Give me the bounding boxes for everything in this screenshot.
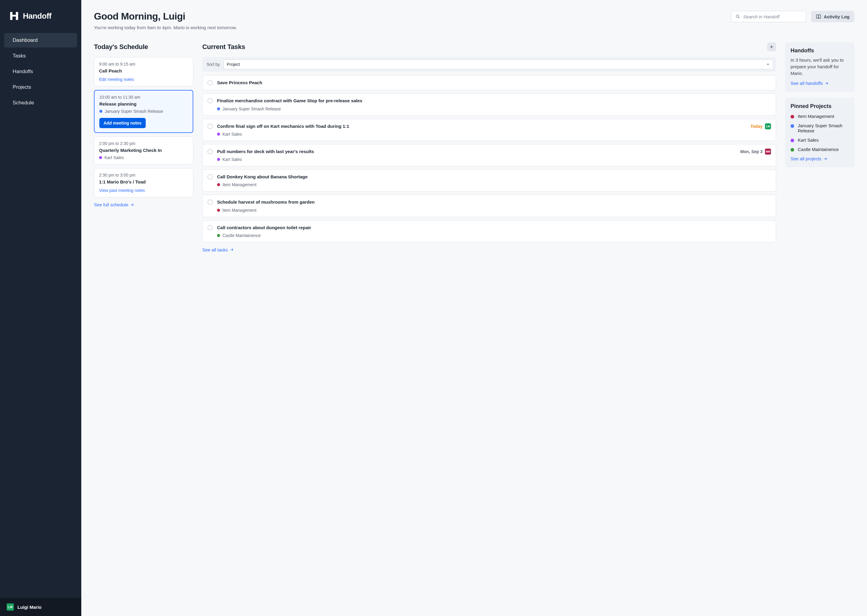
schedule-card[interactable]: 2:00 pm to 2:30 pmQuarterly Marketing Ch… [94, 137, 193, 165]
pinned-project-item[interactable]: Castle Maintainence [791, 147, 849, 152]
task-row[interactable]: Confirm final sign off on Kart mechanics… [202, 119, 776, 141]
handoffs-panel: Handoffs In 3 hours, we'll ask you to pr… [785, 42, 854, 92]
pinned-projects-title: Pinned Projects [791, 103, 849, 110]
chevron-down-icon [766, 63, 770, 66]
task-checkbox[interactable] [207, 124, 213, 129]
task-row[interactable]: Call contractors about dungeon toilet re… [202, 220, 776, 242]
task-title: Call contractors about dungeon toilet re… [217, 225, 771, 231]
schedule-event-title: Release planning [99, 101, 188, 107]
sidebar: Handoff Dashboard Tasks Handoffs Project… [0, 0, 81, 616]
nav-item-schedule[interactable]: Schedule [4, 96, 77, 110]
meeting-notes-link[interactable]: View past meeting notes [99, 188, 145, 193]
page-subtitle: You're working today from 9am to 4pm. Ma… [94, 25, 726, 30]
schedule-title: Today's Schedule [94, 43, 148, 51]
task-checkbox[interactable] [207, 98, 213, 104]
schedule-card[interactable]: 9:00 am to 9:15 amCall PeachEdit meeting… [94, 57, 193, 86]
task-project: Castle Maintainence [217, 233, 771, 238]
arrow-right-icon [823, 157, 828, 161]
see-all-tasks-link[interactable]: See all tasks [202, 247, 234, 252]
schedule-time: 2:00 pm to 2:30 pm [99, 141, 188, 146]
pinned-project-label: January Super Smash Release [798, 123, 849, 133]
task-project: January Super Smash Release [217, 107, 771, 111]
task-checkbox[interactable] [207, 174, 213, 179]
task-checkbox[interactable] [207, 200, 213, 205]
schedule-card[interactable]: 2:30 pm to 3:00 pm1:1 Mario Bro's / Toad… [94, 168, 193, 197]
task-checkbox[interactable] [207, 149, 213, 154]
book-icon [816, 14, 821, 19]
schedule-time: 10:00 am to 11:30 am [99, 95, 188, 99]
assignee-avatar: MM [765, 149, 771, 155]
see-full-schedule-link[interactable]: See full schedule [94, 202, 134, 207]
schedule-project: January Super Smash Release [99, 109, 188, 114]
schedule-event-title: 1:1 Mario Bro's / Toad [99, 179, 188, 184]
task-sort-bar: Sort by Project [202, 57, 776, 72]
task-checkbox[interactable] [207, 80, 213, 85]
project-dot [791, 139, 794, 142]
sidebar-user[interactable]: LM Luigi Mario [0, 598, 81, 616]
logo[interactable]: Handoff [0, 0, 81, 30]
pinned-projects-panel: Pinned Projects Item ManagementJanuary S… [785, 98, 854, 167]
pinned-project-item[interactable]: Item Management [791, 114, 849, 119]
task-checkbox[interactable] [207, 225, 213, 230]
user-avatar: LM [6, 603, 14, 611]
pinned-project-item[interactable]: Kart Sales [791, 137, 849, 143]
pinned-project-label: Kart Sales [798, 137, 818, 143]
add-task-button[interactable] [767, 42, 776, 52]
project-dot [99, 156, 102, 159]
nav-item-dashboard[interactable]: Dashboard [4, 33, 77, 47]
schedule-time: 2:30 pm to 3:00 pm [99, 173, 188, 178]
task-project: Item Management [217, 208, 771, 213]
add-meeting-notes-button[interactable]: Add meeting notes [99, 118, 146, 128]
schedule-event-title: Quarterly Marketing Check In [99, 148, 188, 153]
pinned-project-item[interactable]: January Super Smash Release [791, 123, 849, 133]
project-dot [217, 234, 220, 237]
task-due: Mon, Sep 3 [740, 149, 763, 154]
nav-item-tasks[interactable]: Tasks [4, 49, 77, 63]
project-dot [217, 209, 220, 212]
arrow-right-icon [230, 248, 234, 252]
task-row[interactable]: Schedule harvest of mushrooms from garde… [202, 195, 776, 217]
task-row[interactable]: Finalize merchandise contract with Game … [202, 93, 776, 115]
project-dot [791, 115, 794, 118]
logo-icon [8, 10, 20, 22]
pinned-project-label: Castle Maintainence [798, 147, 839, 152]
assignee-avatar: LM [765, 123, 771, 129]
activity-log-button[interactable]: Activity Log [811, 11, 854, 22]
arrow-right-icon [824, 81, 829, 85]
task-title: Pull numbers for deck with last year's r… [217, 149, 737, 155]
schedule-time: 9:00 am to 9:15 am [99, 62, 188, 66]
logo-text: Handoff [23, 11, 52, 21]
project-dot [217, 183, 220, 186]
svg-point-1 [736, 15, 739, 18]
task-due: Today [750, 124, 763, 129]
task-row[interactable]: Pull numbers for deck with last year's r… [202, 144, 776, 167]
task-title: Save Princess Peach [217, 80, 771, 86]
nav-item-handoffs[interactable]: Handoffs [4, 64, 77, 79]
see-all-projects-link[interactable]: See all projects [791, 156, 828, 161]
sort-value: Project [227, 62, 240, 67]
primary-nav: Dashboard Tasks Handoffs Projects Schedu… [0, 33, 81, 110]
arrow-right-icon [130, 203, 134, 207]
nav-item-projects[interactable]: Projects [4, 80, 77, 94]
tasks-title: Current Tasks [202, 43, 245, 51]
task-row[interactable]: Call Donkey Kong about Banana ShortageIt… [202, 169, 776, 192]
page-greeting: Good Morning, Luigi [94, 11, 726, 22]
schedule-event-title: Call Peach [99, 68, 188, 73]
task-project: Kart Sales [217, 157, 771, 162]
project-dot [217, 158, 220, 161]
activity-log-label: Activity Log [824, 14, 850, 19]
task-title: Finalize merchandise contract with Game … [217, 98, 771, 104]
search-input-wrapper[interactable] [731, 11, 806, 22]
meeting-notes-link[interactable]: Edit meeting notes [99, 77, 134, 82]
sort-select[interactable]: Project [223, 60, 773, 69]
task-row[interactable]: Save Princess Peach [202, 75, 776, 90]
schedule-project: Kart Sales [99, 155, 188, 160]
search-input[interactable] [743, 14, 802, 19]
task-title: Call Donkey Kong about Banana Shortage [217, 174, 771, 180]
pinned-project-label: Item Management [798, 114, 834, 119]
svg-marker-6 [767, 64, 769, 65]
sort-label: Sort by [207, 62, 220, 67]
user-name: Luigi Mario [17, 605, 41, 610]
see-all-handoffs-link[interactable]: See all handoffs [791, 81, 829, 86]
schedule-card[interactable]: 10:00 am to 11:30 amRelease planningJanu… [94, 90, 193, 133]
